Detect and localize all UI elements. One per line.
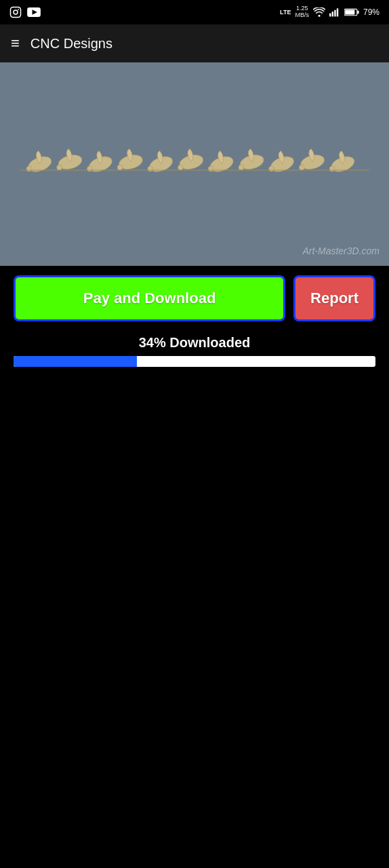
buttons-row: Pay and Download Report (0, 266, 389, 331)
svg-rect-5 (329, 14, 331, 17)
page-title: CNC Designs (30, 36, 112, 52)
youtube-icon (27, 7, 41, 17)
svg-point-17 (87, 166, 92, 172)
hamburger-menu[interactable]: ≡ (11, 35, 20, 52)
status-right-info: LTE 1.25 MB/s 79% (280, 5, 380, 19)
speed-display: 1.25 MB/s (295, 5, 309, 19)
battery-percentage: 79% (363, 7, 380, 17)
svg-point-1 (14, 10, 18, 14)
svg-rect-10 (357, 11, 359, 14)
wifi-icon (313, 7, 325, 17)
svg-rect-6 (332, 12, 333, 16)
svg-rect-7 (334, 10, 335, 17)
status-left-icons (9, 6, 41, 18)
svg-point-19 (117, 165, 123, 170)
svg-rect-0 (11, 7, 21, 18)
svg-point-29 (268, 166, 274, 172)
progress-section: 34% Downloaded (0, 331, 389, 378)
progress-bar-container (14, 356, 375, 367)
svg-point-31 (299, 165, 304, 170)
svg-point-27 (239, 165, 244, 170)
svg-point-25 (208, 166, 213, 172)
decorative-border (0, 140, 389, 188)
report-button[interactable]: Report (293, 275, 375, 321)
svg-point-13 (26, 166, 32, 172)
svg-point-21 (147, 166, 152, 172)
instagram-icon (9, 6, 22, 18)
preview-area: Art-Master3D.com (0, 62, 389, 266)
status-bar: LTE 1.25 MB/s 79% (0, 0, 389, 24)
signal-icon (329, 7, 340, 17)
watermark-text: Art-Master3D.com (302, 245, 380, 256)
svg-rect-8 (337, 8, 338, 16)
pay-and-download-button[interactable]: Pay and Download (14, 275, 285, 321)
lte-label: LTE (280, 9, 291, 16)
battery-icon (344, 8, 359, 16)
leaf-pattern-svg (20, 140, 370, 188)
svg-point-2 (18, 9, 19, 10)
svg-point-33 (329, 166, 335, 172)
svg-point-23 (178, 165, 183, 170)
nav-bar: ≡ CNC Designs (0, 24, 389, 62)
progress-bar-fill (14, 356, 137, 367)
progress-label: 34% Downloaded (14, 335, 375, 351)
svg-rect-11 (345, 9, 354, 14)
svg-point-15 (56, 165, 62, 170)
